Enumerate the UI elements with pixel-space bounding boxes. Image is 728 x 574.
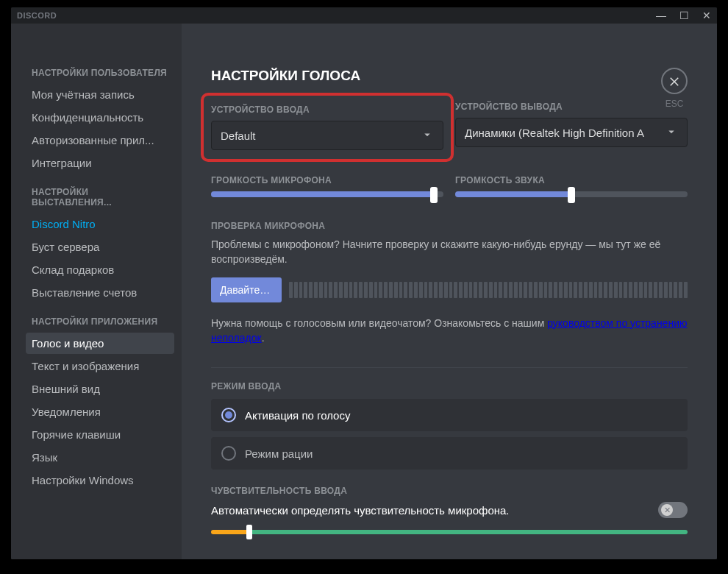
- slider-thumb[interactable]: [430, 187, 438, 203]
- radio-label: Режим рации: [245, 447, 313, 460]
- main-panel: ESC НАСТРОЙКИ ГОЛОСА УСТРОЙСТВО ВВОДА De…: [182, 24, 717, 559]
- auto-sensitivity-toggle[interactable]: ✕: [658, 502, 688, 518]
- page-title: НАСТРОЙКИ ГОЛОСА: [211, 68, 688, 84]
- sidebar-item-authorized-apps[interactable]: Авторизованные прил...: [26, 130, 174, 151]
- close-window-button[interactable]: ✕: [702, 10, 711, 21]
- mic-volume-label: ГРОМКОСТЬ МИКРОФОНА: [211, 175, 443, 185]
- input-device-label: УСТРОЙСТВО ВВОДА: [211, 104, 443, 115]
- mic-test-row: Давайте пр...: [211, 277, 688, 302]
- sidebar-item-notifications[interactable]: Уведомления: [26, 401, 174, 422]
- mic-test-button[interactable]: Давайте пр...: [211, 277, 282, 302]
- radio-icon: [221, 408, 236, 422]
- output-volume-label: ГРОМКОСТЬ ЗВУКА: [455, 175, 688, 185]
- sensitivity-high: [249, 530, 688, 534]
- output-device-label: УСТРОЙСТВО ВЫВОДА: [455, 102, 688, 112]
- input-mode-group: Активация по голосу Режим рации: [211, 399, 688, 470]
- output-device-value: Динамики (Realtek High Definition A: [465, 127, 644, 139]
- sidebar-item-billing[interactable]: Выставление счетов: [26, 282, 174, 303]
- auto-sensitivity-label: Автоматически определять чувствительност…: [211, 504, 510, 517]
- radio-icon: [221, 446, 236, 461]
- close-icon: [668, 74, 681, 88]
- sidebar: НАСТРОЙКИ ПОЛЬЗОВАТЕЛЯ Моя учётная запис…: [11, 24, 182, 559]
- radio-label: Активация по голосу: [245, 409, 350, 422]
- input-device-value: Default: [221, 130, 256, 142]
- sensitivity-row: Автоматически определять чувствительност…: [211, 502, 688, 518]
- sidebar-item-text-images[interactable]: Текст и изображения: [26, 355, 174, 377]
- mic-test-label: ПРОВЕРКА МИКРОФОНА: [211, 221, 688, 231]
- sidebar-item-boost[interactable]: Буст сервера: [26, 236, 174, 258]
- slider-thumb[interactable]: [568, 187, 575, 203]
- help-suffix: .: [262, 332, 265, 344]
- sidebar-item-language[interactable]: Язык: [26, 447, 174, 468]
- sidebar-item-account[interactable]: Моя учётная запись: [26, 84, 174, 105]
- input-device-select[interactable]: Default: [211, 121, 443, 150]
- sidebar-section-header: НАСТРОЙКИ ПОЛЬЗОВАТЕЛЯ: [26, 68, 174, 78]
- close-settings: ESC: [661, 68, 688, 109]
- sidebar-item-appearance[interactable]: Внешний вид: [26, 378, 174, 400]
- help-block: Нужна помощь с голосовым или видеочатом?…: [211, 316, 688, 346]
- divider: [211, 367, 688, 368]
- input-mode-voice-activity[interactable]: Активация по голосу: [211, 399, 688, 431]
- content: НАСТРОЙКИ ПОЛЬЗОВАТЕЛЯ Моя учётная запис…: [11, 24, 717, 559]
- sidebar-item-voice-video[interactable]: Голос и видео: [26, 333, 174, 354]
- slider-fill: [211, 191, 434, 197]
- close-settings-button[interactable]: [661, 68, 688, 94]
- device-row: УСТРОЙСТВО ВВОДА Default УСТРОЙСТВО ВЫВО…: [211, 102, 688, 162]
- titlebar: DISCORD — ☐ ✕: [11, 7, 717, 24]
- sidebar-section-header: НАСТРОЙКИ ВЫСТАВЛЕНИЯ...: [26, 187, 174, 208]
- sensitivity-thumb[interactable]: [246, 525, 252, 539]
- maximize-button[interactable]: ☐: [679, 10, 689, 21]
- sensitivity-slider[interactable]: [211, 530, 688, 534]
- help-prefix: Нужна помощь с голосовым или видеочатом?…: [211, 317, 547, 329]
- input-mode-label: РЕЖИМ ВВОДА: [211, 381, 688, 391]
- toggle-knob: ✕: [661, 504, 673, 516]
- sidebar-item-privacy[interactable]: Конфиденциальность: [26, 107, 174, 128]
- mic-test-text: Проблемы с микрофоном? Начните проверку …: [211, 237, 688, 267]
- input-device-highlight: УСТРОЙСТВО ВВОДА Default: [201, 93, 454, 162]
- app-window: DISCORD — ☐ ✕ НАСТРОЙКИ ПОЛЬЗОВАТЕЛЯ Моя…: [11, 7, 717, 559]
- chevron-down-icon: [665, 125, 678, 141]
- sensitivity-low: [211, 530, 249, 534]
- volume-row: ГРОМКОСТЬ МИКРОФОНА ГРОМКОСТЬ ЗВУКА: [211, 162, 688, 205]
- mic-volume-slider[interactable]: [211, 191, 443, 197]
- output-volume-slider[interactable]: [455, 191, 688, 197]
- sidebar-item-integrations[interactable]: Интеграции: [26, 152, 174, 174]
- chevron-down-icon: [421, 128, 434, 144]
- close-label: ESC: [661, 99, 688, 109]
- sidebar-item-hotkeys[interactable]: Горячие клавиши: [26, 424, 174, 445]
- sidebar-item-windows[interactable]: Настройки Windows: [26, 470, 174, 491]
- minimize-button[interactable]: —: [656, 10, 666, 21]
- titlebar-title: DISCORD: [17, 11, 57, 20]
- mic-level-meter: [289, 282, 688, 298]
- output-device-select[interactable]: Динамики (Realtek High Definition A: [455, 118, 688, 147]
- sensitivity-label: ЧУВСТВИТЕЛЬНОСТЬ ВВОДА: [211, 486, 688, 496]
- sidebar-section-header: НАСТРОЙКИ ПРИЛОЖЕНИЯ: [26, 316, 174, 327]
- window-controls: — ☐ ✕: [656, 10, 711, 21]
- sidebar-item-nitro[interactable]: Discord Nitro: [26, 213, 174, 235]
- input-mode-push-to-talk[interactable]: Режим рации: [211, 437, 688, 470]
- slider-fill: [455, 191, 571, 197]
- sidebar-item-gifts[interactable]: Склад подарков: [26, 259, 174, 280]
